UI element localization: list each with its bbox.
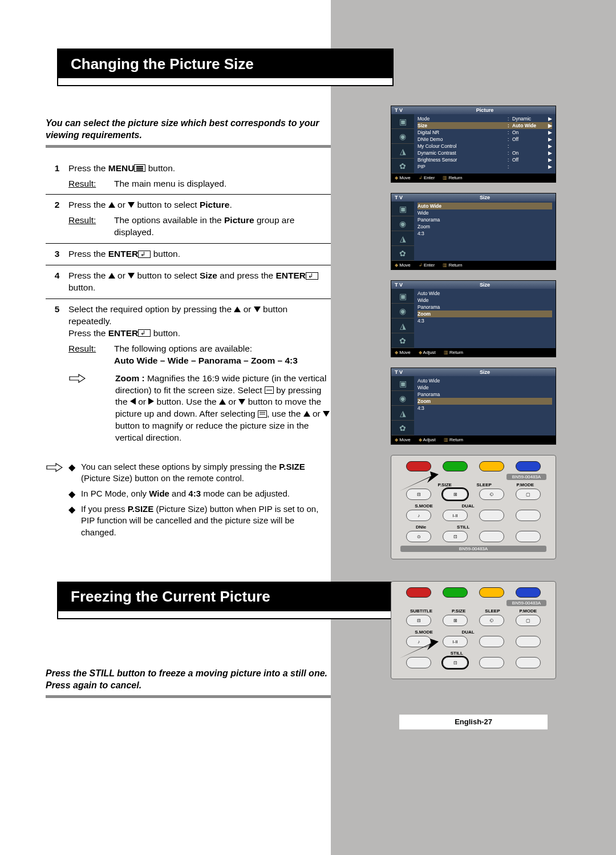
osd-channel-icon: ◮ bbox=[391, 231, 414, 246]
step-number: 5 bbox=[46, 304, 68, 444]
osd-row: Wide bbox=[418, 384, 552, 391]
text: button to select bbox=[135, 271, 200, 280]
pointer-arrow-icon bbox=[396, 639, 441, 662]
text: Wide bbox=[149, 489, 169, 498]
text: button. bbox=[151, 328, 180, 338]
remote-label-smode: S.MODE bbox=[415, 503, 433, 509]
remote-label-still: STILL bbox=[451, 651, 463, 656]
text: . bbox=[230, 200, 232, 209]
remote-dnie-button: ⊙ bbox=[406, 531, 431, 542]
osd-foot-enter: Enter bbox=[419, 175, 435, 180]
zoom-label: Zoom : bbox=[115, 373, 145, 383]
osd-title: Size bbox=[418, 369, 552, 375]
step-5: 5 Select the required option by pressing… bbox=[46, 299, 331, 444]
up-icon bbox=[219, 399, 226, 405]
text: Picture bbox=[224, 215, 254, 225]
size-options: Auto Wide – Wide – Panorama – Zoom – 4:3 bbox=[114, 355, 331, 367]
down-icon bbox=[323, 411, 330, 417]
remote-sleep-button: ⏲ bbox=[479, 489, 504, 500]
bullet-icon: ◆ bbox=[68, 488, 81, 501]
remote-green-button bbox=[443, 587, 468, 598]
step-number: 4 bbox=[46, 270, 68, 294]
glyph-icon bbox=[258, 410, 267, 418]
osd-picture-menu: T VPicture ▣ ◉ ◮ ✿ Mode:Dynamic▶Size:Aut… bbox=[391, 106, 556, 183]
osd-row: 4:3 bbox=[418, 317, 552, 324]
result-label: Result: bbox=[68, 343, 114, 367]
note-3: ◆ If you press P.SIZE (Picture Size) but… bbox=[68, 503, 331, 538]
remote-psize-button: ⊞ bbox=[443, 615, 468, 626]
enter-icon bbox=[138, 329, 151, 337]
osd-size-menu-2: T VSize ▣ ◉ ◮ ✿ Auto WideWidePanoramaZoo… bbox=[391, 280, 556, 357]
remote-control-still: BN59-00483A SUBTITLE P.SIZE SLEEP P.MODE… bbox=[391, 581, 556, 679]
osd-tv-label: T V bbox=[395, 369, 418, 375]
remote-red-button bbox=[406, 587, 431, 598]
osd-foot-return: Return bbox=[444, 437, 463, 442]
enter-icon bbox=[138, 251, 151, 258]
remote-red-button bbox=[406, 461, 431, 471]
remote-smode-button: ♪ bbox=[406, 510, 431, 521]
remote-button bbox=[479, 636, 504, 647]
osd-picture-icon: ▣ bbox=[391, 114, 414, 129]
text: 4:3 bbox=[188, 489, 201, 498]
button-name: MENU bbox=[108, 163, 135, 173]
osd-channel-icon: ◮ bbox=[391, 406, 414, 421]
down-icon bbox=[254, 306, 261, 312]
osd-tv-label: T V bbox=[395, 282, 418, 288]
step-number: 3 bbox=[46, 248, 68, 260]
button-name: ENTER bbox=[276, 271, 306, 280]
osd-row: Wide bbox=[418, 209, 552, 216]
osd-foot-return: Return bbox=[444, 350, 463, 355]
text: Press the bbox=[68, 163, 108, 173]
step-number: 1 bbox=[46, 163, 68, 190]
remote-psize-button: ⊞ bbox=[443, 489, 468, 500]
section-title: Freezing the Current Picture bbox=[58, 583, 392, 611]
result-label: Result: bbox=[68, 178, 114, 190]
notes-block: ◆ You can select these options by simply… bbox=[46, 461, 331, 542]
osd-icon-column: ▣ ◉ ◮ ✿ bbox=[391, 289, 414, 348]
osd-size-menu-1: T VSize ▣ ◉ ◮ ✿ Auto WideWidePanoramaZoo… bbox=[391, 193, 556, 270]
section-intro: Press the STILL button to freeze a movin… bbox=[46, 668, 331, 692]
section-title-bar: Changing the Picture Size bbox=[57, 49, 394, 86]
text: button to magnify or reduce the picture … bbox=[115, 421, 309, 442]
remote-model: BN59-00483A bbox=[400, 546, 546, 552]
button-name: ENTER bbox=[108, 328, 139, 338]
text: , use the bbox=[267, 409, 303, 418]
step-3: 3 Press the ENTER button. bbox=[46, 244, 331, 265]
remote-subtitle-button: ⊟ bbox=[406, 615, 431, 626]
text: The options available in the bbox=[114, 215, 224, 225]
remote-dual-button: I-II bbox=[443, 636, 468, 647]
text: button. bbox=[145, 163, 175, 173]
osd-row: Panorama bbox=[418, 391, 552, 398]
osd-icon-column: ▣ ◉ ◮ ✿ bbox=[391, 114, 414, 174]
pointer-arrow-icon bbox=[396, 471, 441, 494]
osd-tv-label: T V bbox=[395, 107, 418, 113]
text: You can select these options by simply p… bbox=[81, 462, 279, 471]
result-text: The main menu is displayed. bbox=[114, 178, 331, 190]
menu-icon bbox=[134, 164, 145, 172]
text: Size bbox=[200, 271, 217, 280]
remote-blue-button bbox=[516, 461, 541, 471]
remote-button bbox=[516, 510, 541, 521]
osd-foot-move: Move bbox=[395, 437, 411, 442]
step-number: 2 bbox=[46, 199, 68, 239]
glyph-icon bbox=[265, 386, 274, 394]
text: P.SIZE bbox=[128, 504, 154, 514]
text: Select the required option by pressing t… bbox=[68, 304, 234, 314]
remote-label-psize: P.SIZE bbox=[452, 608, 465, 614]
osd-foot-move: Move bbox=[395, 263, 411, 268]
remote-label-dnie: DNIe bbox=[416, 525, 426, 530]
osd-foot-enter: Enter bbox=[419, 263, 435, 268]
osd-sound-icon: ◉ bbox=[391, 129, 414, 144]
text: Press the bbox=[68, 200, 108, 209]
left-icon bbox=[130, 398, 136, 405]
text: or bbox=[115, 271, 128, 280]
remote-label-pmode: P.MODE bbox=[519, 608, 537, 614]
osd-row: Mode:Dynamic▶ bbox=[418, 115, 552, 122]
text: and press the bbox=[217, 271, 276, 280]
remote-button bbox=[479, 510, 504, 521]
text: In PC Mode, only bbox=[81, 489, 149, 498]
note-1: ◆ You can select these options by simply… bbox=[68, 461, 331, 485]
up-icon bbox=[303, 411, 310, 417]
remote-dual-button: I-II bbox=[443, 510, 468, 521]
osd-foot-move: Move bbox=[395, 350, 411, 355]
